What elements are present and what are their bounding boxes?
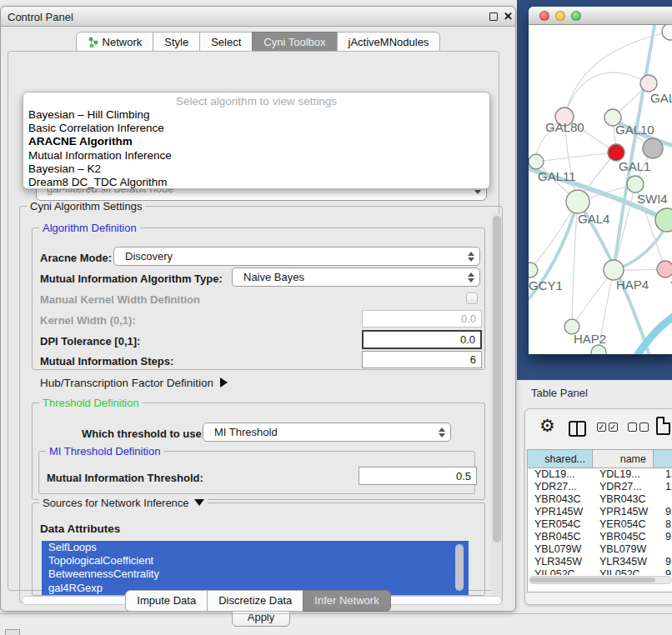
table-settings-gear-icon[interactable]: ⚙ bbox=[539, 417, 555, 435]
algorithm-option[interactable]: ARACNE Algorithm bbox=[23, 135, 489, 148]
table-row[interactable]: YLR345WYLR345W9. bbox=[528, 556, 672, 568]
combo-arrows-icon bbox=[468, 272, 474, 282]
new-table-icon[interactable] bbox=[656, 417, 670, 435]
node-label: GAL4 bbox=[578, 212, 609, 226]
column-header[interactable]: A bbox=[654, 450, 672, 468]
tab-label: Infer Network bbox=[314, 594, 379, 607]
minimize-traffic-light-icon[interactable] bbox=[555, 11, 565, 21]
network-edge[interactable] bbox=[564, 72, 649, 117]
network-node[interactable] bbox=[529, 262, 538, 278]
network-edge[interactable] bbox=[536, 152, 616, 162]
attribute-item-selected[interactable]: BetweennessCentrality bbox=[42, 568, 469, 581]
table-row[interactable]: YDL19...YDL19...13 bbox=[528, 468, 672, 481]
algorithm-definition-title: Algorithm Definition bbox=[39, 222, 140, 234]
table-cell: YER054C bbox=[528, 518, 593, 531]
aracne-mode-combo[interactable]: Discovery bbox=[113, 247, 480, 266]
minimized-panel-icon[interactable] bbox=[5, 629, 20, 635]
table-row[interactable]: YDR27...YDR27...12 bbox=[528, 481, 672, 493]
close-panel-icon[interactable]: ✕ bbox=[504, 10, 513, 22]
network-window-titlebar[interactable] bbox=[529, 7, 672, 25]
network-node[interactable] bbox=[529, 154, 544, 169]
manual-kernel-checkbox[interactable] bbox=[466, 292, 478, 304]
network-node[interactable] bbox=[608, 144, 624, 161]
settings-vertical-scrollbar[interactable] bbox=[491, 213, 502, 606]
algorithm-option[interactable]: Bayesian – Hill Climbing bbox=[23, 108, 489, 122]
tab-label: Cyni Toolbox bbox=[263, 36, 325, 48]
close-traffic-light-icon[interactable] bbox=[539, 11, 549, 21]
network-node[interactable] bbox=[655, 208, 672, 232]
deselect-all-checkbox-icon[interactable] bbox=[639, 422, 649, 432]
node-label: GAL bbox=[650, 91, 672, 105]
table-cell: YDR27... bbox=[528, 481, 593, 493]
attribute-item-selected[interactable]: SelfLoops bbox=[42, 541, 469, 554]
network-view-window[interactable]: GALGAL80GAL10GAL1GAL11SWI4GAL4GCY1HAP4YH… bbox=[529, 7, 672, 354]
node-label: GAL10 bbox=[615, 122, 654, 137]
mi-steps-label: Mutual Information Steps: bbox=[40, 355, 173, 368]
network-graph: GALGAL80GAL10GAL1GAL11SWI4GAL4GCY1HAP4YH… bbox=[529, 25, 672, 354]
table-panel-window: ⚙ ✓ ✓ shared...nameA YDL19...YDL19...13Y… bbox=[524, 408, 672, 605]
table-cell: YPR145W bbox=[593, 506, 654, 518]
kernel-width-field[interactable]: 0.0 bbox=[362, 310, 482, 328]
table-cell bbox=[654, 493, 672, 506]
mi-type-combo[interactable]: Naive Bayes bbox=[232, 268, 480, 287]
zoom-traffic-light-icon[interactable] bbox=[571, 11, 581, 21]
network-canvas[interactable]: GALGAL80GAL10GAL1GAL11SWI4GAL4GCY1HAP4YH… bbox=[529, 25, 672, 354]
collapse-down-icon bbox=[194, 499, 204, 506]
tab-discretize-data[interactable]: Discretize Data bbox=[207, 590, 303, 612]
table-cell: YBR043C bbox=[528, 493, 593, 506]
data-attributes-list[interactable]: SelfLoopsTopologicalCoefficientBetweenne… bbox=[42, 541, 469, 595]
dpi-tolerance-label: DPI Tolerance [0,1]: bbox=[40, 335, 140, 348]
table-row[interactable]: YBR045CYBR045C9. bbox=[528, 531, 672, 543]
algorithm-option[interactable]: Bayesian – K2 bbox=[23, 162, 489, 176]
tab-infer-network[interactable]: Infer Network bbox=[303, 590, 390, 612]
node-label: GAL80 bbox=[545, 120, 584, 134]
mi-steps-field[interactable]: 6 bbox=[362, 351, 482, 368]
network-node[interactable] bbox=[566, 190, 589, 213]
attributes-scrollbar[interactable] bbox=[455, 544, 464, 591]
mi-threshold-field[interactable]: 0.5 bbox=[359, 467, 477, 485]
network-node[interactable] bbox=[643, 138, 663, 158]
network-node[interactable] bbox=[657, 261, 672, 278]
attribute-item-selected[interactable]: TopologicalCoefficient bbox=[42, 554, 469, 568]
control-panel-titlebar[interactable]: Control Panel ✕ bbox=[1, 7, 515, 27]
select-all-checkbox-icon[interactable]: ✓ bbox=[597, 422, 606, 432]
aracne-mode-value: Discovery bbox=[125, 250, 173, 262]
table-panel-title: Table Panel bbox=[531, 387, 588, 399]
algorithm-option[interactable]: Dream8 DC_TDC Algorithm bbox=[23, 176, 489, 189]
network-node[interactable] bbox=[662, 25, 672, 40]
node-label: HAP2 bbox=[574, 332, 606, 346]
table-row[interactable]: YBR043CYBR043C bbox=[528, 493, 672, 506]
network-node[interactable] bbox=[627, 176, 644, 192]
algorithm-option[interactable]: Basic Correlation Inference bbox=[23, 122, 489, 135]
table-cell: YBR045C bbox=[593, 531, 654, 543]
network-node[interactable] bbox=[640, 75, 657, 92]
sources-title[interactable]: Sources for Network Inference bbox=[39, 497, 208, 509]
table-cell: 13 bbox=[654, 468, 672, 481]
algorithm-option[interactable]: Mutual Information Inference bbox=[23, 149, 489, 162]
table-row[interactable]: YBL079WYBL079W bbox=[528, 543, 672, 556]
column-header[interactable]: shared... bbox=[528, 450, 593, 468]
table-row[interactable]: YPR145WYPR145W9. bbox=[528, 506, 672, 518]
table-cell: YDL19... bbox=[593, 468, 654, 481]
deselect-all-checkbox-icon[interactable] bbox=[628, 422, 637, 432]
which-threshold-label: Which threshold to use: bbox=[82, 428, 205, 440]
column-visibility-icon[interactable] bbox=[569, 421, 586, 437]
control-panel-title: Control Panel bbox=[8, 11, 73, 23]
tab-impute-data[interactable]: Impute Data bbox=[125, 590, 208, 612]
table-row[interactable]: YER054CYER054C8. bbox=[528, 518, 672, 531]
node-label: GCY1 bbox=[529, 278, 563, 292]
select-all-checkbox-icon[interactable]: ✓ bbox=[609, 422, 618, 432]
aracne-mode-label: Aracne Mode: bbox=[40, 252, 112, 264]
table-horizontal-scrollbar[interactable] bbox=[529, 576, 672, 584]
algorithm-dropdown-popup: Select algorithm to view settings Bayesi… bbox=[23, 92, 490, 189]
control-panel-window: Control Panel ✕ NetworkStyleSelectCyni T… bbox=[0, 6, 516, 612]
hub-definition-expander[interactable]: Hub/Transcription Factor Definition bbox=[40, 377, 228, 389]
network-node[interactable] bbox=[591, 345, 606, 354]
table-cell: YPR145W bbox=[528, 506, 593, 518]
column-header[interactable]: name bbox=[593, 450, 654, 468]
float-window-icon[interactable] bbox=[489, 12, 498, 21]
which-threshold-combo[interactable]: MI Threshold bbox=[203, 422, 451, 442]
table-row[interactable]: YIL052CYIL052C9 bbox=[528, 568, 672, 575]
expand-right-icon bbox=[220, 378, 228, 388]
dpi-tolerance-field[interactable]: 0.0 bbox=[362, 330, 482, 349]
